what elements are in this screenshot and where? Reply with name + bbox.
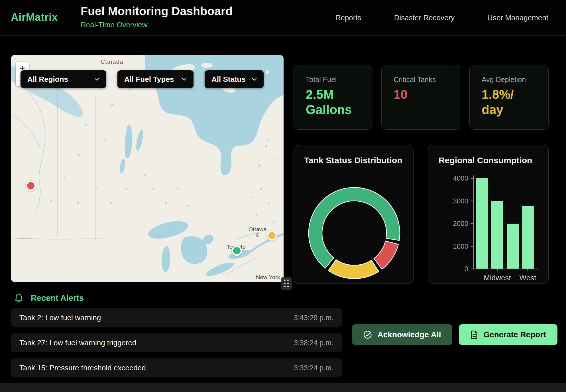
- svg-text:West: West: [520, 273, 537, 282]
- alert-message: Tank 2: Low fuel warning: [19, 313, 101, 322]
- map-country-label: Canada: [88, 58, 136, 65]
- page-subtitle: Real-Time Overview: [81, 21, 148, 29]
- svg-text:0: 0: [465, 265, 468, 273]
- chevron-down-icon: [94, 78, 99, 81]
- stat-value: 10: [394, 87, 448, 102]
- svg-text:Midwest: Midwest: [484, 273, 511, 282]
- fuel-type-filter-select[interactable]: All Fuel Types: [117, 70, 194, 88]
- alert-row: Tank 2: Low fuel warning 3:43:29 p.m.: [11, 308, 342, 327]
- svg-text:1000: 1000: [453, 242, 468, 250]
- alert-message: Tank 15: Pressure threshold exceeded: [19, 364, 146, 372]
- bottom-bar: [0, 383, 566, 392]
- nav-item-reports[interactable]: Reports: [335, 13, 361, 22]
- chevron-down-icon: [182, 78, 187, 81]
- svg-text:3000: 3000: [453, 197, 468, 205]
- tank-marker-normal[interactable]: [232, 246, 242, 256]
- map-filters: All Regions All Fuel Types All Status: [21, 70, 264, 88]
- status-filter-select[interactable]: All Status: [205, 70, 264, 88]
- fuel-type-filter-value: All Fuel Types: [124, 75, 174, 84]
- tank-marker-warning[interactable]: [267, 230, 277, 241]
- regional-consumption-bar-chart: 01000200030004000MidwestWest: [428, 145, 549, 284]
- status-filter-value: All Status: [211, 75, 246, 84]
- generate-report-label: Generate Report: [483, 330, 546, 339]
- alert-row: Tank 15: Pressure threshold exceeded 3:3…: [11, 358, 342, 377]
- map-resize-handle[interactable]: [281, 277, 292, 290]
- main-nav: Reports Disaster Recovery User Managemen…: [335, 0, 548, 36]
- tank-marker-critical[interactable]: [26, 181, 36, 191]
- stat-label: Critical Tanks: [394, 75, 448, 84]
- map-city-label-ottawa: Ottawa: [249, 226, 266, 233]
- generate-report-button[interactable]: Generate Report: [459, 324, 557, 345]
- acknowledge-all-button[interactable]: Acknowledge All: [352, 324, 452, 345]
- page-title: Fuel Monitoring Dashboard: [81, 5, 233, 18]
- regional-consumption-panel: Regional Consumption 01000200030004000Mi…: [428, 145, 549, 284]
- stat-card-total-fuel: Total Fuel 2.5M Gallons: [294, 65, 372, 130]
- fuel-map[interactable]: Canada Ottawa Toronto New York + − All R…: [11, 55, 284, 282]
- brand-logo: AirMatrix: [11, 11, 58, 23]
- stat-card-critical-tanks: Critical Tanks 10: [381, 65, 460, 130]
- check-circle-icon: [363, 330, 372, 339]
- acknowledge-all-label: Acknowledge All: [377, 330, 441, 339]
- stat-value: 2.5M Gallons: [306, 87, 360, 117]
- bell-icon: [14, 293, 23, 303]
- stat-label: Avg Depletion: [482, 75, 536, 84]
- alert-timestamp: 3:43:29 p.m.: [294, 314, 333, 322]
- alert-timestamp: 3:38:24 p.m.: [294, 339, 333, 347]
- svg-text:4000: 4000: [453, 174, 468, 182]
- stat-label: Total Fuel: [306, 75, 360, 84]
- alert-timestamp: 3:33:24 p.m.: [294, 364, 333, 372]
- stat-value: 1.8%/ day: [482, 87, 536, 117]
- tank-status-distribution-panel: Tank Status Distribution: [294, 145, 414, 284]
- map-city-label-new-york: New York: [256, 274, 280, 281]
- tank-status-donut-chart: [294, 145, 414, 283]
- stat-card-avg-depletion: Avg Depletion 1.8%/ day: [469, 65, 549, 130]
- nav-item-disaster-recovery[interactable]: Disaster Recovery: [394, 13, 455, 22]
- chevron-down-icon: [252, 78, 257, 81]
- nav-item-user-management[interactable]: User Management: [487, 13, 548, 22]
- region-filter-value: All Regions: [27, 75, 68, 84]
- recent-alerts-title: Recent Alerts: [31, 293, 84, 303]
- document-icon: [470, 330, 478, 339]
- ottawa-city-dot-icon: [256, 233, 259, 237]
- region-filter-select[interactable]: All Regions: [21, 70, 106, 88]
- alert-row: Tank 27: Low fuel warning triggered 3:38…: [11, 333, 342, 352]
- alert-message: Tank 27: Low fuel warning triggered: [19, 338, 136, 347]
- app-header: AirMatrix Fuel Monitoring Dashboard Real…: [0, 0, 566, 36]
- recent-alerts-header: Recent Alerts: [14, 293, 84, 303]
- svg-text:2000: 2000: [453, 220, 468, 227]
